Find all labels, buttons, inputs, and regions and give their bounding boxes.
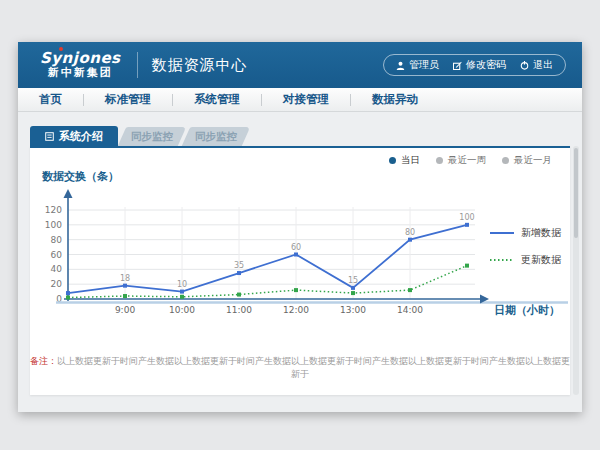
line-chart: 0204060801001209:0010:0011:0012:0013:001… <box>30 162 570 352</box>
x-tick-label: 14:00 <box>397 305 423 315</box>
data-point <box>237 271 241 275</box>
y-axis-arrow <box>64 189 73 198</box>
current-user[interactable]: 管理员 <box>396 58 439 72</box>
tab-sync-monitor-2[interactable]: 同步监控 <box>186 127 246 146</box>
solid-line-swatch <box>490 231 514 235</box>
data-point <box>351 286 355 290</box>
nav-item-interface-mgmt[interactable]: 对接管理 <box>262 88 350 111</box>
y-tick-label: 60 <box>51 250 63 260</box>
tab-sync-monitor-1[interactable]: 同步监控 <box>122 127 182 146</box>
chart-panel: 当日 最近一周 最近一月 数据交换（条） 0204060801001209:00… <box>30 146 570 395</box>
data-point <box>351 291 355 295</box>
app-header: Synjones 新中新集团 数据资源中心 管理员 修改密码 退出 <box>18 42 582 88</box>
y-tick-label: 100 <box>45 220 62 230</box>
data-point-label: 10 <box>177 280 187 289</box>
scrollbar-thumb[interactable] <box>574 148 578 238</box>
data-point <box>123 284 127 288</box>
brand-name-y: y <box>51 49 61 67</box>
data-point-label: 100 <box>459 213 474 222</box>
power-icon <box>520 61 529 70</box>
brand-name-pre: S <box>40 49 51 67</box>
change-password-button[interactable]: 修改密码 <box>453 58 506 72</box>
nav-item-standard-mgmt[interactable]: 标准管理 <box>84 88 172 111</box>
data-point <box>408 288 412 292</box>
y-tick-label: 40 <box>51 264 63 274</box>
x-axis-title: 日期（小时） <box>494 304 560 317</box>
edit-icon <box>453 61 462 70</box>
y-tick-label: 20 <box>51 279 63 289</box>
scrollbar-track[interactable] <box>573 146 579 395</box>
x-tick-label: 13:00 <box>340 305 366 315</box>
x-tick-label: 10:00 <box>169 305 195 315</box>
data-point <box>465 264 469 268</box>
x-tick-label: 9:00 <box>115 305 135 315</box>
brand-company: 新中新集团 <box>48 67 113 79</box>
brand-name: Synjones <box>40 51 121 67</box>
y-tick-label: 80 <box>51 235 63 245</box>
line-chart-svg: 0204060801001209:0010:0011:0012:0013:001… <box>30 162 570 352</box>
app-window: Synjones 新中新集团 数据资源中心 管理员 修改密码 退出 首页 标准管… <box>18 42 582 412</box>
y-tick-label: 120 <box>45 205 62 215</box>
user-icon <box>396 61 405 70</box>
page-title: 数据资源中心 <box>152 56 248 75</box>
legend-label: 更新数据 <box>521 253 561 267</box>
data-point <box>465 223 469 227</box>
data-point-label: 15 <box>348 276 358 285</box>
series-legend: 新增数据 更新数据 <box>490 226 561 267</box>
footnote: 备注：以上数据更新于时间产生数据以上数据更新于时间产生数据以上数据更新于时间产生… <box>30 355 570 381</box>
data-point <box>180 295 184 299</box>
data-point-label: 60 <box>291 243 301 252</box>
data-point <box>294 253 298 257</box>
user-toolbar: 管理员 修改密码 退出 <box>383 54 566 76</box>
legend-updated-data: 更新数据 <box>490 253 561 267</box>
dotted-line-swatch <box>490 258 514 262</box>
header-divider <box>137 52 138 78</box>
tab-label: 同步监控 <box>122 127 182 146</box>
logout-label: 退出 <box>533 58 553 72</box>
data-point <box>294 288 298 292</box>
data-point <box>237 293 241 297</box>
logout-button[interactable]: 退出 <box>520 58 553 72</box>
nav-item-data-change[interactable]: 数据异动 <box>351 88 439 111</box>
x-tick-label: 11:00 <box>226 305 252 315</box>
legend-label: 新增数据 <box>521 226 561 240</box>
x-tick-label: 12:00 <box>283 305 309 315</box>
footnote-label: 备注： <box>30 356 57 366</box>
data-point-label: 18 <box>120 274 130 283</box>
tab-label: 同步监控 <box>186 127 246 146</box>
data-point <box>66 296 70 300</box>
footnote-text: 以上数据更新于时间产生数据以上数据更新于时间产生数据以上数据更新于时间产生数据以… <box>57 356 570 379</box>
nav-item-system-mgmt[interactable]: 系统管理 <box>173 88 261 111</box>
data-point <box>66 291 70 295</box>
current-user-label: 管理员 <box>409 58 439 72</box>
legend-new-data: 新增数据 <box>490 226 561 240</box>
data-point <box>180 290 184 294</box>
data-point-label: 80 <box>405 228 415 237</box>
nav-item-home[interactable]: 首页 <box>18 88 83 111</box>
brand-logo: Synjones 新中新集团 <box>40 51 121 78</box>
change-password-label: 修改密码 <box>466 58 506 72</box>
document-icon <box>45 132 54 141</box>
tab-label: 系统介绍 <box>59 129 103 144</box>
tab-bar: 系统介绍 同步监控 同步监控 <box>30 126 246 146</box>
data-point <box>123 294 127 298</box>
tab-system-intro[interactable]: 系统介绍 <box>30 126 118 146</box>
brand-name-post: njones <box>62 49 121 67</box>
main-nav: 首页 标准管理 系统管理 对接管理 数据异动 <box>18 88 582 112</box>
data-point-label: 35 <box>234 261 244 270</box>
data-point <box>408 238 412 242</box>
